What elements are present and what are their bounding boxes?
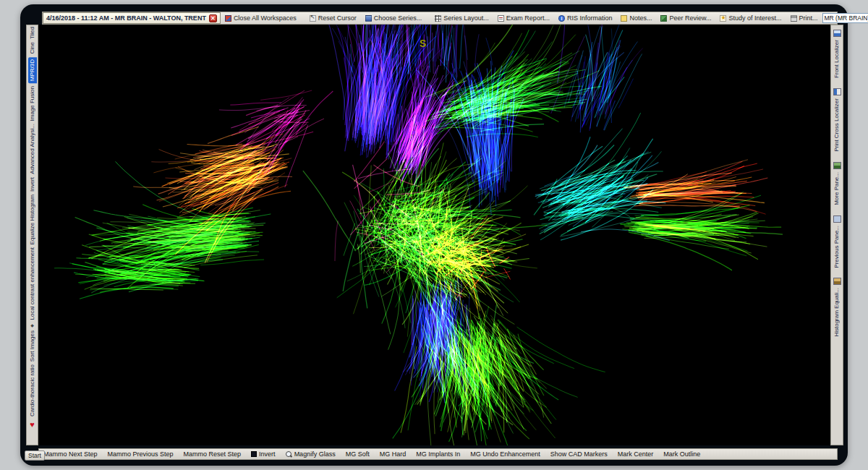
modality-combobox[interactable]: MR (MR BRAIN) ▼ xyxy=(822,13,868,23)
button-label: Mammo Previous Step xyxy=(108,450,174,458)
start-button[interactable]: Start xyxy=(25,450,45,461)
study-tab[interactable]: 4/16/2018 - 11:12 AM - MR BRAIN - WALTON… xyxy=(43,12,221,24)
magnify-glass-button[interactable]: Magnify Glass xyxy=(286,450,336,458)
sidebar-item-cine[interactable]: Cine xyxy=(30,42,35,54)
sidebar-item-advanced-analysis[interactable]: Advanced Analysi... xyxy=(30,124,35,174)
app-window: 4/16/2018 - 11:12 AM - MR BRAIN - WALTON… xyxy=(20,4,848,466)
print-cross-localizer-icon xyxy=(833,88,841,95)
sidebar-item-mpr3d[interactable]: MPR/3D xyxy=(28,57,37,83)
sidebar-item-label: More Pane... xyxy=(834,172,840,205)
sidebar-item-label: Print Cross Localizer xyxy=(834,98,840,152)
sidebar-item-histogram-equalize[interactable]: Histogram Equali... xyxy=(833,278,841,338)
close-all-workspaces-button[interactable]: Close All Workspaces xyxy=(221,12,301,24)
mark-center-button[interactable]: Mark Center xyxy=(618,450,654,458)
study-tab-close-icon[interactable]: ✕ xyxy=(209,14,217,22)
print-button[interactable]: Print... xyxy=(786,12,822,24)
button-label: Mark Outline xyxy=(663,450,700,458)
notes-button[interactable]: Notes... xyxy=(616,12,656,24)
heart-icon: ♥ xyxy=(30,421,35,429)
button-label: Close All Workspaces xyxy=(234,14,297,22)
button-label: Magnify Glass xyxy=(294,450,336,458)
mammo-reset-step-button[interactable]: Mammo Reset Step xyxy=(184,450,242,458)
choose-series-button[interactable]: Choose Series... xyxy=(361,12,427,24)
sidebar-item-front-localizer[interactable]: Front Localizer xyxy=(833,30,841,80)
button-label: RIS Information xyxy=(567,14,613,22)
sidebar-item-equalize-histogram[interactable]: Equalize Histogram xyxy=(30,195,35,244)
close-all-workspaces-icon xyxy=(225,15,231,22)
exam-report-icon xyxy=(498,15,504,22)
sidebar-item-previous-pane[interactable]: Previous Pane... xyxy=(833,215,841,270)
histogram-equalize-icon xyxy=(833,278,841,285)
button-label: Notes... xyxy=(629,14,652,22)
invert-button[interactable]: Invert xyxy=(251,450,276,458)
reset-cursor-icon xyxy=(310,15,316,22)
reset-cursor-button[interactable]: Reset Cursor xyxy=(305,12,361,24)
dti-tractography-render[interactable] xyxy=(38,25,830,445)
button-label: MG Implants In xyxy=(416,450,460,458)
series-layout-button[interactable]: Series Layout... xyxy=(430,12,493,24)
mammo-previous-step-button[interactable]: Mammo Previous Step xyxy=(108,450,174,458)
button-label: Study of Interest... xyxy=(728,14,781,22)
image-viewport[interactable]: S xyxy=(38,25,830,445)
sidebar-item-print-cross-localizer[interactable]: Print Cross Localizer xyxy=(833,88,841,153)
mammo-next-step-button[interactable]: Mammo Next Step xyxy=(43,450,98,458)
peer-review-button[interactable]: Peer Review... xyxy=(656,12,715,24)
button-label: Print... xyxy=(799,14,818,22)
previous-pane-icon xyxy=(833,215,841,223)
peer-review-icon xyxy=(660,15,667,22)
button-label: Reset Cursor xyxy=(318,14,357,22)
sidebar-item-more-pane[interactable]: More Pane... xyxy=(833,162,841,207)
choose-series-icon xyxy=(365,15,372,22)
orientation-marker: S xyxy=(420,38,426,49)
button-label: Exam Report... xyxy=(506,14,550,22)
sidebar-item-cardio-thoracic-ratio[interactable]: Cardio-thoracic ratio xyxy=(30,364,35,416)
ris-information-button[interactable]: i RIS Information xyxy=(554,12,617,24)
sidebar-item-invert[interactable]: Invert xyxy=(30,177,35,192)
print-icon xyxy=(791,15,797,22)
show-cad-markers-button[interactable]: Show CAD Markers xyxy=(550,450,608,458)
sidebar-item-label: Front Localizer xyxy=(834,40,840,78)
button-label: Invert xyxy=(259,450,276,458)
button-label: Series Layout... xyxy=(443,14,489,22)
top-toolbar: 4/16/2018 - 11:12 AM - MR BRAIN - WALTON… xyxy=(42,12,838,25)
mg-hard-button[interactable]: MG Hard xyxy=(380,450,407,458)
modality-combobox-value: MR (MR BRAIN) xyxy=(825,14,868,22)
mg-undo-enhancement-button[interactable]: MG Undo Enhancement xyxy=(470,450,540,458)
study-tab-label: 4/16/2018 - 11:12 AM - MR BRAIN - WALTON… xyxy=(46,14,206,22)
button-label: Mark Center xyxy=(618,450,654,458)
button-label: MG Soft xyxy=(346,450,370,458)
button-label: MG Hard xyxy=(380,450,407,458)
ris-information-icon: i xyxy=(558,15,565,22)
right-sidebar: Front Localizer Print Cross Localizer Mo… xyxy=(830,25,843,445)
button-label: Mammo Reset Step xyxy=(184,450,242,458)
mg-soft-button[interactable]: MG Soft xyxy=(346,450,370,458)
exam-report-button[interactable]: Exam Report... xyxy=(493,12,554,24)
button-label: MG Undo Enhancement xyxy=(470,450,540,458)
magnify-glass-icon xyxy=(286,451,292,458)
sidebar-item-label: Histogram Equali... xyxy=(834,288,840,337)
mark-outline-button[interactable]: Mark Outline xyxy=(663,450,700,458)
mg-implants-in-button[interactable]: MG Implants In xyxy=(416,450,460,458)
button-label: Mammo Next Step xyxy=(43,450,98,458)
series-layout-icon xyxy=(435,15,441,22)
button-label: Peer Review... xyxy=(669,14,711,22)
sidebar-item-label: Previous Pane... xyxy=(834,226,840,268)
sidebar-item-image-fusion[interactable]: Image Fusion xyxy=(30,86,35,121)
front-localizer-icon xyxy=(833,30,841,37)
study-of-interest-button[interactable]: Study of Interest... xyxy=(715,12,786,24)
more-pane-icon xyxy=(833,162,841,169)
invert-icon xyxy=(251,451,257,457)
separator-diamond-icon: ◆ xyxy=(30,323,34,328)
bottom-toolbar: Mammo Next Step Mammo Previous Step Mamm… xyxy=(38,448,838,460)
button-label: Choose Series... xyxy=(374,14,422,22)
sidebar-item-tiled[interactable]: Tiled xyxy=(30,27,35,39)
sidebar-item-local-contrast-enhancement[interactable]: Local contrast enhancement xyxy=(30,247,35,320)
notes-icon xyxy=(621,15,627,22)
topbar-right-group: MR (MR BRAIN) ▼ ! Menu ▼ ✕ xyxy=(822,13,868,23)
button-label: Show CAD Markers xyxy=(550,450,608,458)
left-sidebar: Tiled Cine MPR/3D Image Fusion Advanced … xyxy=(26,25,38,445)
sidebar-item-sort-images[interactable]: Sort Images xyxy=(30,330,35,362)
study-of-interest-icon xyxy=(720,15,726,22)
